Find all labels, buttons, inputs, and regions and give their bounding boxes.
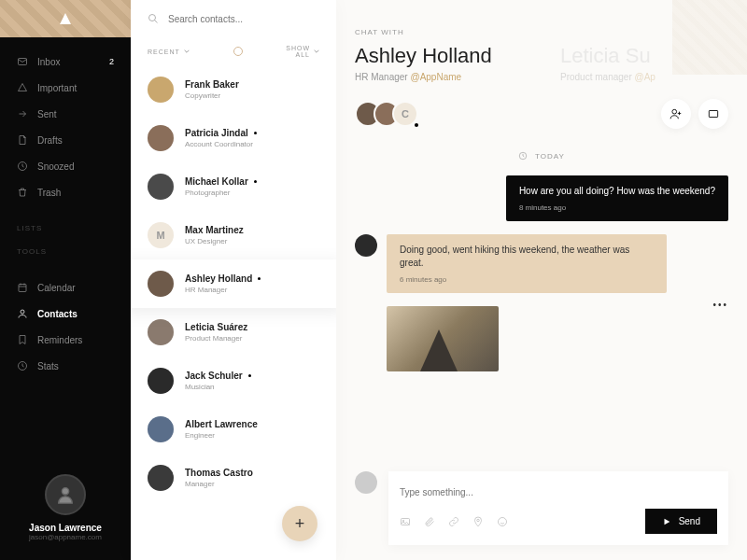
contact-item[interactable]: Thomas Castro Manager xyxy=(131,454,336,502)
nav-reminders[interactable]: Reminders xyxy=(0,327,131,353)
contact-item[interactable]: Michael Kollar Photographer xyxy=(131,162,336,211)
contact-role: Photographer xyxy=(185,189,319,197)
link-icon[interactable] xyxy=(448,516,459,527)
emoji-icon[interactable] xyxy=(497,516,508,527)
message-incoming: Doing good, went hiking this weekend, th… xyxy=(355,234,728,293)
nav-sent[interactable]: Sent xyxy=(0,101,131,127)
nav-stats[interactable]: Stats xyxy=(0,353,131,379)
calendar-icon xyxy=(17,282,28,293)
location-icon[interactable] xyxy=(472,516,484,527)
today-divider: TODAY xyxy=(355,151,728,161)
contact-role: Musician xyxy=(185,383,319,391)
nav-label: Contacts xyxy=(37,309,78,319)
contact-avatar xyxy=(148,416,174,442)
chat-body: TODAY How are you all doing? How was the… xyxy=(336,142,747,456)
app-logo xyxy=(0,0,131,37)
svg-point-12 xyxy=(477,519,480,522)
message-text: How are you all doing? How was the weeke… xyxy=(519,185,715,198)
svg-rect-0 xyxy=(19,59,27,65)
composer-avatar xyxy=(355,471,377,494)
nav-label: Calendar xyxy=(37,283,76,293)
filter-showall[interactable]: SHOW ALL xyxy=(286,45,319,58)
contact-avatar xyxy=(148,319,174,345)
contact-item[interactable]: Leticia Suárez Product Manager xyxy=(131,308,336,357)
contact-name: Jack Schuler xyxy=(185,371,319,381)
add-contact-button[interactable]: + xyxy=(282,506,317,541)
message-image[interactable] xyxy=(387,306,499,371)
chevron-down-icon xyxy=(314,49,319,54)
nav-label: Stats xyxy=(37,361,59,371)
nav-important[interactable]: Important xyxy=(0,75,131,101)
contact-item[interactable]: Frank Baker Copywriter xyxy=(131,65,336,114)
contact-name: Leticia Suárez xyxy=(185,322,319,332)
contact-item[interactable]: Ashley Holland HR Manager xyxy=(131,259,336,308)
nav-trash[interactable]: Trash xyxy=(0,179,131,205)
reminders-icon xyxy=(17,334,28,345)
pager-dots[interactable]: ••• xyxy=(712,300,728,310)
contact-item[interactable]: Patricia Jindal Account Coordinator xyxy=(131,114,336,162)
user-plus-icon xyxy=(669,107,683,120)
contacts-icon xyxy=(17,308,28,319)
nav-label: Reminders xyxy=(37,335,82,345)
play-icon xyxy=(662,517,671,526)
message-text: Doing good, went hiking this weekend, th… xyxy=(400,244,654,270)
clock-icon xyxy=(518,151,528,161)
contact-item[interactable]: M Max Martinez UX Designer xyxy=(131,211,336,259)
attach-icon[interactable] xyxy=(424,516,435,527)
chat-name-primary: Ashley Holland xyxy=(355,44,523,68)
composer-input[interactable] xyxy=(400,487,717,497)
trash-icon xyxy=(17,187,28,198)
drafts-icon xyxy=(17,134,28,146)
contact-avatar xyxy=(148,368,174,394)
user-profile[interactable]: Jason Lawrence jason@appname.com xyxy=(0,455,131,560)
status-dot xyxy=(415,123,418,127)
message-time: 6 minutes ago xyxy=(400,275,654,284)
chat-panel: CHAT WITH Ashley Holland HR Manager @App… xyxy=(336,0,747,560)
contact-avatar xyxy=(148,125,174,151)
contact-name: Michael Kollar xyxy=(185,176,319,187)
message-time: 8 minutes ago xyxy=(519,203,715,212)
contact-avatar xyxy=(148,77,174,103)
sidebar: Inbox 2 Important Sent Drafts Snoozed Tr… xyxy=(0,0,131,560)
chat-participants: C xyxy=(336,101,747,142)
expand-icon xyxy=(707,107,720,120)
chevron-down-icon xyxy=(184,49,190,54)
stats-icon xyxy=(17,360,28,371)
image-icon[interactable] xyxy=(400,516,411,527)
add-participant-button[interactable] xyxy=(661,99,691,129)
chat-role-primary: HR Manager @AppName xyxy=(355,72,523,82)
svg-point-3 xyxy=(21,310,24,314)
contact-role: Engineer xyxy=(185,431,319,440)
snoozed-icon xyxy=(17,161,28,172)
nav-calendar[interactable]: Calendar xyxy=(0,274,131,301)
expand-button[interactable] xyxy=(698,99,728,129)
nav-label: Snoozed xyxy=(37,161,74,172)
contact-avatar xyxy=(148,271,174,297)
search-icon xyxy=(148,13,159,24)
nav-snoozed[interactable]: Snoozed xyxy=(0,153,131,179)
contact-item[interactable]: Jack Schuler Musician xyxy=(131,357,336,405)
filter-bar: RECENT SHOW ALL xyxy=(131,37,336,65)
contact-role: Product Manager xyxy=(185,334,319,343)
contacts-panel: RECENT SHOW ALL Frank Baker Copywriter P… xyxy=(131,0,336,560)
contact-avatar xyxy=(148,465,174,491)
nav-drafts[interactable]: Drafts xyxy=(0,127,131,153)
contact-item[interactable]: Albert Lawrence Engineer xyxy=(131,405,336,454)
search-bar xyxy=(131,0,336,37)
important-icon xyxy=(17,82,28,93)
nav-inbox[interactable]: Inbox 2 xyxy=(0,49,131,75)
unread-dot xyxy=(248,374,251,377)
contact-role: Manager xyxy=(185,480,319,488)
lists-header: LISTS xyxy=(0,217,131,240)
contact-list: Frank Baker Copywriter Patricia Jindal A… xyxy=(131,65,336,560)
send-button[interactable]: Send xyxy=(645,509,717,534)
chat-label: CHAT WITH xyxy=(355,28,523,36)
svg-rect-2 xyxy=(19,285,26,292)
contact-role: Copywriter xyxy=(185,91,319,100)
nav-contacts[interactable]: Contacts xyxy=(0,301,131,327)
message-outgoing: How are you all doing? How was the weeke… xyxy=(355,175,728,221)
search-input[interactable] xyxy=(168,14,319,24)
filter-recent[interactable]: RECENT xyxy=(148,49,190,55)
unread-dot xyxy=(254,132,257,134)
contact-name: Ashley Holland xyxy=(185,273,319,284)
